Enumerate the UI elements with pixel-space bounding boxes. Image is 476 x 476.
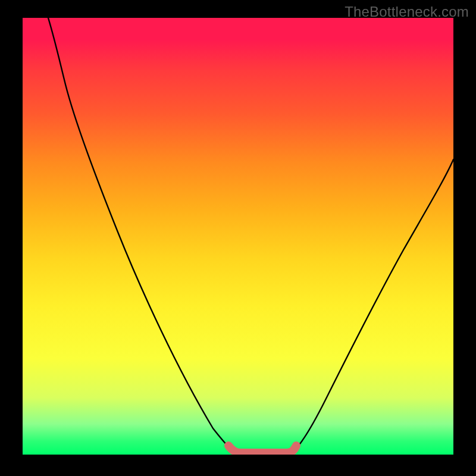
chart-svg bbox=[23, 18, 453, 455]
outer-frame: TheBottleneck.com bbox=[0, 0, 476, 476]
chart-plot-area bbox=[23, 18, 453, 455]
curve-right-branch bbox=[289, 159, 453, 454]
bottom-marker-stroke bbox=[228, 446, 296, 453]
curve-left-branch bbox=[48, 18, 239, 454]
